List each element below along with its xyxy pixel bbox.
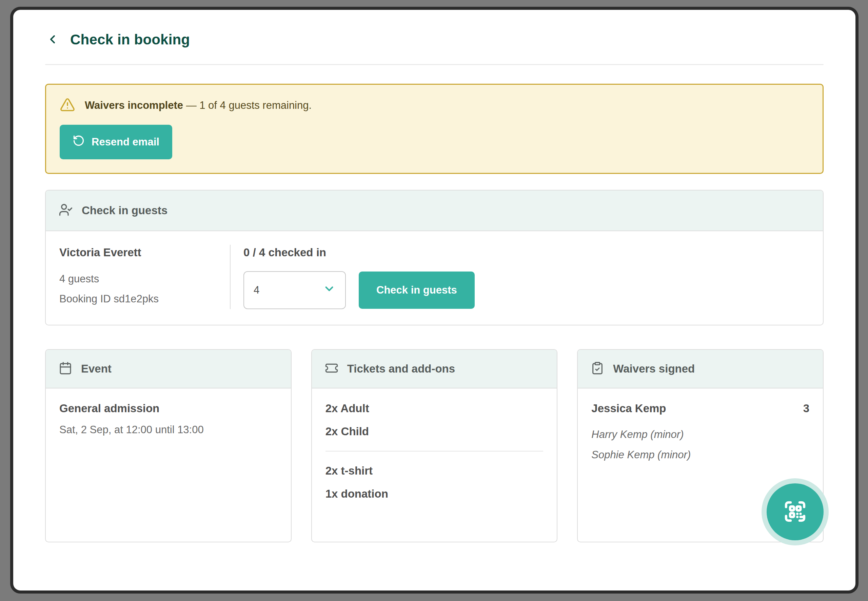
tickets-card: Tickets and add-ons 2x Adult 2x Child 2x… xyxy=(311,349,558,542)
chevron-left-icon xyxy=(46,32,59,47)
guest-name: Victoria Everett xyxy=(59,246,216,259)
warning-message-rest: — 1 of 4 guests remaining. xyxy=(183,99,311,111)
calendar-icon xyxy=(59,362,72,376)
guest-count: 4 guests xyxy=(59,269,216,289)
page-title: Check in booking xyxy=(70,32,190,48)
addon-item: 1x donation xyxy=(325,487,543,500)
waiver-minor: Sophie Kemp (minor) xyxy=(591,445,809,465)
guest-count-select[interactable]: 4 xyxy=(243,271,346,309)
resend-email-button[interactable]: Resend email xyxy=(59,125,172,159)
ticket-icon xyxy=(325,362,339,376)
ticket-item: 2x Adult xyxy=(325,402,543,415)
check-in-guests-label: Check in guests xyxy=(376,284,457,296)
event-name: General admission xyxy=(59,402,278,415)
addon-item: 2x t-shirt xyxy=(325,464,543,477)
tickets-card-header: Tickets and add-ons xyxy=(312,350,557,389)
resend-email-label: Resend email xyxy=(92,136,159,148)
waiver-signer-name: Jessica Kemp xyxy=(591,402,666,415)
page-header: Check in booking xyxy=(45,32,824,48)
waivers-section-title: Waivers signed xyxy=(613,362,695,375)
clipboard-check-icon xyxy=(590,362,604,376)
guest-count-select-value: 4 xyxy=(253,284,259,296)
warning-message-bold: Waivers incomplete xyxy=(85,99,183,111)
qr-scan-icon xyxy=(781,498,809,526)
check-in-guests-button[interactable]: Check in guests xyxy=(359,272,475,309)
waiver-count: 3 xyxy=(803,402,809,415)
check-in-controls: 0 / 4 checked in 4 Check in guests xyxy=(230,245,475,309)
check-in-section-title: Check in guests xyxy=(82,204,168,217)
checked-in-progress: 0 / 4 checked in xyxy=(243,246,475,259)
resend-icon xyxy=(73,134,85,149)
qr-scan-button[interactable] xyxy=(767,484,824,540)
event-section-title: Event xyxy=(81,362,111,375)
tickets-divider xyxy=(325,451,543,452)
waivers-card: Waivers signed Jessica Kemp 3 Harry Kemp… xyxy=(577,349,824,542)
booking-id: Booking ID sd1e2pks xyxy=(59,289,216,309)
guest-info: Victoria Everett 4 guests Booking ID sd1… xyxy=(46,245,230,309)
warning-triangle-icon xyxy=(59,97,75,114)
tickets-section-title: Tickets and add-ons xyxy=(347,362,455,375)
back-button[interactable] xyxy=(45,32,60,47)
event-card-header: Event xyxy=(46,350,291,389)
check-in-panel-header: Check in guests xyxy=(46,191,823,231)
waivers-warning-banner: Waivers incomplete — 1 of 4 guests remai… xyxy=(45,84,824,174)
waiver-minor: Harry Kemp (minor) xyxy=(591,424,809,445)
user-check-icon xyxy=(59,203,73,218)
event-datetime: Sat, 2 Sep, at 12:00 until 13:00 xyxy=(59,424,278,436)
waivers-card-header: Waivers signed xyxy=(578,350,823,389)
header-divider xyxy=(45,64,824,65)
app-window: Check in booking Waivers incomplete — 1 … xyxy=(10,7,859,593)
ticket-item: 2x Child xyxy=(325,425,543,438)
chevron-down-icon xyxy=(323,282,336,298)
warning-message: Waivers incomplete — 1 of 4 guests remai… xyxy=(85,99,311,111)
event-card: Event General admission Sat, 2 Sep, at 1… xyxy=(45,349,291,542)
check-in-panel: Check in guests Victoria Everett 4 guest… xyxy=(45,190,824,325)
